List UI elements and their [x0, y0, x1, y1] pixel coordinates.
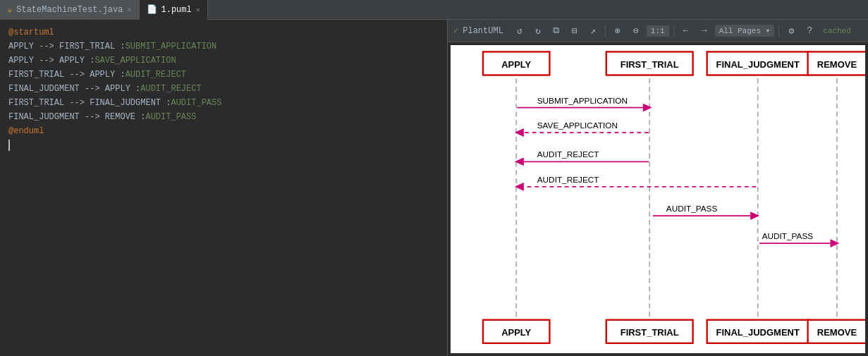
- separator-1: [605, 25, 606, 37]
- label-final-judgment-bottom: FINAL_JUDGMENT: [716, 327, 800, 338]
- separator-2: [673, 25, 674, 37]
- sequence-diagram-svg: APPLY FIRST_TRIAL FINAL_JUDGMENT REMOVE …: [451, 45, 865, 353]
- settings-button[interactable]: ⚙: [783, 23, 799, 39]
- tab-close-puml[interactable]: ✕: [196, 6, 200, 14]
- label-first-trial-top: FIRST_TRIAL: [621, 59, 679, 70]
- reload-button[interactable]: ↻: [530, 23, 546, 39]
- code-line-3: APPLY --> APPLY : SAVE_APPLICATION: [0, 54, 447, 68]
- label-remove-top: REMOVE: [817, 59, 857, 70]
- label-apply-bottom: APPLY: [501, 327, 531, 338]
- java-file-icon: ☕: [7, 4, 12, 15]
- label-save-app: SAVE_APPLICATION: [537, 121, 618, 130]
- tab-puml[interactable]: 📄 1.puml ✕: [140, 0, 208, 20]
- label-audit-pass-2: AUDIT_PASS: [762, 231, 814, 241]
- label-first-trial-bottom: FIRST_TRIAL: [621, 327, 679, 338]
- zoom-in-button[interactable]: ⊕: [610, 23, 625, 39]
- label-submit-app: SUBMIT_APPLICATION: [537, 96, 628, 106]
- code-line-6: FIRST_TRIAL --> FINAL_JUDGMENT : AUDIT_P…: [0, 96, 447, 110]
- tab-label-puml: 1.puml: [161, 5, 192, 15]
- code-editor[interactable]: @startuml APPLY --> FIRST_TRIAL : SUBMIT…: [0, 20, 448, 356]
- main-content: @startuml APPLY --> FIRST_TRIAL : SUBMIT…: [0, 20, 868, 356]
- nav-prev-button[interactable]: ←: [678, 23, 694, 39]
- label-audit-reject-2: AUDIT_REJECT: [537, 175, 599, 185]
- tab-label-state-machine: StateMachineTest.java: [16, 5, 123, 15]
- plantuml-header: ✓ PlantUML ↺ ↻ ⧉ ⊟ ↗ ⊕ ⊖ 1:1 ← → All Pag…: [448, 20, 868, 42]
- label-final-judgment-top: FINAL_JUDGMENT: [716, 59, 800, 70]
- copy-button[interactable]: ⧉: [549, 23, 564, 39]
- arrowhead-submit-app: [643, 104, 652, 112]
- tab-bar: ☕ StateMachineTest.java ✕ 📄 1.puml ✕: [0, 0, 868, 20]
- refresh-button[interactable]: ↺: [512, 23, 527, 39]
- cursor-line: [0, 138, 447, 152]
- tab-state-machine[interactable]: ☕ StateMachineTest.java ✕: [0, 0, 140, 20]
- code-line-4: FIRST_TRIAL --> APPLY : AUDIT_REJECT: [0, 68, 447, 82]
- tab-close-state-machine[interactable]: ✕: [127, 6, 131, 14]
- label-apply-top: APPLY: [501, 59, 531, 70]
- code-line-8: @enduml: [0, 124, 447, 138]
- keyword-startuml: @startuml: [8, 27, 54, 37]
- label-remove-bottom: REMOVE: [817, 327, 857, 338]
- pages-dropdown[interactable]: All Pages ▾: [715, 25, 775, 37]
- separator-3: [778, 25, 779, 37]
- diagram-area: APPLY FIRST_TRIAL FINAL_JUDGMENT REMOVE …: [451, 45, 865, 353]
- plantuml-panel: ✓ PlantUML ↺ ↻ ⧉ ⊟ ↗ ⊕ ⊖ 1:1 ← → All Pag…: [448, 20, 868, 356]
- code-line-5: FINAL_JUDGMENT --> APPLY : AUDIT_REJECT: [0, 82, 447, 96]
- check-icon: ✓: [453, 25, 458, 36]
- code-line-2: APPLY --> FIRST_TRIAL : SUBMIT_APPLICATI…: [0, 39, 447, 54]
- label-audit-pass-1: AUDIT_PASS: [666, 204, 718, 214]
- export-button[interactable]: ↗: [585, 23, 601, 39]
- save-button[interactable]: ⊟: [567, 23, 582, 39]
- code-line-1: @startuml: [0, 25, 447, 39]
- arrowhead-audit-pass-2: [830, 239, 839, 247]
- nav-next-button[interactable]: →: [697, 23, 712, 39]
- cached-badge: cached: [823, 27, 851, 35]
- keyword-enduml: @enduml: [8, 126, 44, 136]
- puml-file-icon: 📄: [147, 4, 157, 15]
- label-audit-reject-1: AUDIT_REJECT: [537, 149, 599, 159]
- code-line-7: FINAL_JUDGMENT --> REMOVE : AUDIT_PASS: [0, 110, 447, 124]
- zoom-out-button[interactable]: ⊖: [628, 23, 644, 39]
- zoom-level: 1:1: [647, 25, 669, 37]
- text-cursor: [8, 140, 10, 151]
- plantuml-title: PlantUML: [463, 26, 503, 36]
- help-button[interactable]: ?: [802, 23, 817, 39]
